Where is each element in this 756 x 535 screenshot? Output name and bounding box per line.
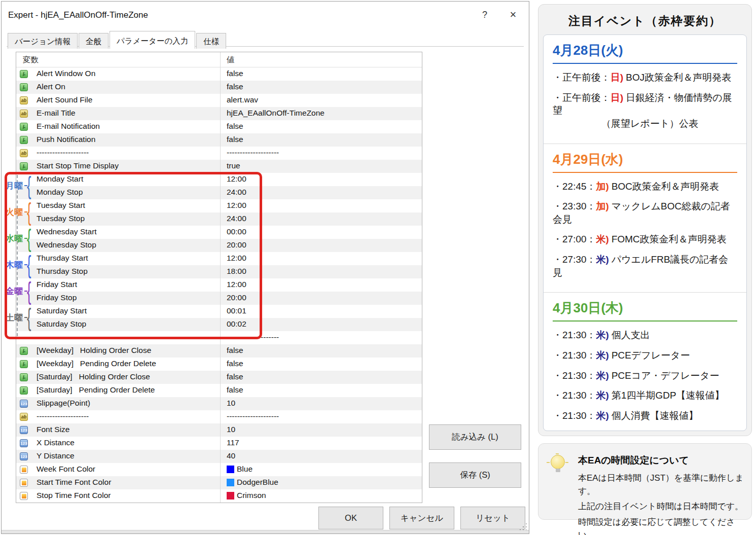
resize-grip[interactable]	[523, 526, 524, 527]
param-row[interactable]: /-Alert Window Onfalse	[16, 67, 422, 81]
tab-version-info[interactable]: バージョン情報	[8, 33, 78, 49]
param-value[interactable]: 00:00	[227, 227, 246, 236]
country-tag: 米)	[596, 350, 609, 361]
param-row[interactable]: /-E-mail Notificationfalse	[16, 120, 422, 133]
param-value[interactable]: hjEA_EAallOnOff-TimeZone	[227, 109, 325, 118]
event-section: 4月29日(水)・22:45：加)BOC政策金利＆声明発表・23:30：加)マッ…	[544, 144, 746, 293]
param-name: Thursday Start	[37, 254, 88, 263]
param-value[interactable]: false	[227, 385, 243, 395]
ok-button[interactable]: OK	[318, 507, 383, 529]
param-row[interactable]: Stop Time Font ColorCrimson	[16, 489, 422, 503]
event-section: 4月28日(火)・正午前後：日)BOJ政策金利＆声明発表・正午前後：日)日銀経済…	[544, 35, 746, 144]
param-row[interactable]: /-[Weekday] Pending Order Deletefalse	[16, 358, 422, 371]
param-value[interactable]: false	[227, 82, 243, 91]
param-value[interactable]: true	[227, 161, 240, 170]
param-value[interactable]: --------------------	[227, 148, 279, 157]
param-value[interactable]: Blue	[227, 465, 253, 474]
param-row[interactable]: Tuesday Stop24:00	[16, 212, 422, 226]
param-row[interactable]: Monday Stop24:00	[16, 186, 422, 199]
param-row[interactable]: Week Font ColorBlue	[16, 463, 422, 476]
param-value[interactable]: 18:00	[227, 267, 246, 276]
param-value[interactable]: false	[227, 135, 243, 144]
param-row[interactable]: abAlert Sound Filealert.wav	[16, 94, 422, 107]
param-row[interactable]: Thursday Stop18:00	[16, 265, 422, 278]
param-value[interactable]: 12:00	[227, 174, 246, 184]
param-name: Start Time Font Color	[37, 478, 111, 487]
tab-bar: バージョン情報全般パラメーターの入力仕様	[8, 31, 227, 49]
param-value[interactable]: 00:01	[227, 306, 246, 315]
param-name: Font Size	[37, 425, 69, 434]
tab-specification[interactable]: 仕様	[196, 33, 226, 49]
param-row[interactable]: Friday Stop20:00	[16, 292, 422, 305]
param-value[interactable]: 10	[227, 425, 235, 434]
param-row[interactable]: Wednesday Start00:00	[16, 226, 422, 239]
param-value[interactable]: 10	[227, 399, 235, 408]
load-button[interactable]: 読み込み (L)	[429, 424, 521, 450]
param-row[interactable]: ab--------------------------------------…	[16, 147, 422, 160]
color-swatch	[227, 492, 234, 500]
param-row[interactable]: /-[Saturday] Holding Order Closefalse	[16, 371, 422, 384]
param-value[interactable]: alert.wav	[227, 95, 258, 104]
param-row[interactable]: 123X Distance117	[16, 437, 422, 450]
param-row[interactable]: 123Y Distance40	[16, 450, 422, 463]
param-value[interactable]: false	[227, 359, 243, 368]
param-row[interactable]: Monday Start12:00	[16, 173, 422, 186]
param-row[interactable]: /-[Saturday] Pending Order Deletefalse	[16, 384, 422, 397]
param-row[interactable]: Wednesday Stop20:00	[16, 239, 422, 252]
param-value[interactable]: Crimson	[227, 491, 266, 500]
param-row[interactable]: 123Font Size10	[16, 423, 422, 437]
param-value[interactable]: 24:00	[227, 214, 246, 223]
event-date-heading: 4月29日(水)	[553, 151, 737, 173]
ea-properties-dialog: Expert - hjEA_EAallOnOff-TimeZone ? × バー…	[1, 1, 529, 534]
param-value[interactable]: 00:02	[227, 319, 246, 329]
country-tag: 加)	[596, 181, 609, 192]
event-item: ・21:30：米)PCEコア・デフレーター	[553, 369, 737, 382]
param-value[interactable]: --------------------	[227, 333, 279, 342]
country-tag: 日)	[610, 72, 623, 83]
param-value[interactable]: 12:00	[227, 254, 246, 263]
param-row[interactable]: Saturday Stop00:02	[16, 318, 422, 331]
param-row[interactable]: abE-mail TitlehjEA_EAallOnOff-TimeZone	[16, 107, 422, 120]
param-name: [Weekday] Pending Order Delete	[37, 359, 156, 368]
param-value[interactable]: 40	[227, 451, 235, 460]
param-name: Start Stop Time Display	[37, 161, 119, 170]
country-tag: 米)	[596, 410, 609, 421]
param-row[interactable]: /-Push Notificationfalse	[16, 133, 422, 147]
param-value[interactable]: DodgerBlue	[227, 478, 278, 487]
param-value[interactable]: false	[227, 372, 243, 381]
param-value[interactable]: 12:00	[227, 280, 246, 289]
country-tag: 米)	[596, 234, 609, 244]
time-note-panel: 本EAの時間設定について 本EAは日本時間（JST）を基準に動作します。上記の注…	[538, 443, 752, 520]
string-param-icon: ab	[20, 149, 28, 157]
param-value[interactable]: 12:00	[227, 201, 246, 210]
param-value[interactable]: false	[227, 346, 243, 355]
event-item: ・21:30：米)個人消費【速報値】	[553, 409, 737, 422]
param-row[interactable]: Saturday Start00:01	[16, 305, 422, 318]
param-row[interactable]: Tuesday Start12:00	[16, 199, 422, 212]
param-name: --------------------	[37, 148, 89, 157]
param-row[interactable]: ----------------------------------------	[16, 331, 422, 344]
tab-parameters-input[interactable]: パラメーターの入力	[110, 31, 195, 49]
param-row[interactable]: /-Alert Onfalse	[16, 81, 422, 94]
reset-button[interactable]: リセット	[460, 507, 525, 529]
param-row[interactable]: 123Slippage(Point)10	[16, 397, 422, 410]
param-row[interactable]: /-Start Stop Time Displaytrue	[16, 160, 422, 173]
save-button[interactable]: 保存 (S)	[429, 462, 521, 488]
param-name: Stop Time Font Color	[37, 491, 111, 500]
close-button[interactable]: ×	[505, 7, 522, 23]
param-row[interactable]: /-[Weekday] Holding Order Closefalse	[16, 344, 422, 358]
cancel-button[interactable]: キャンセル	[389, 507, 454, 529]
param-value[interactable]: 20:00	[227, 293, 246, 302]
help-button[interactable]: ?	[476, 7, 493, 23]
tab-common[interactable]: 全般	[79, 33, 109, 49]
param-value[interactable]: --------------------	[227, 412, 279, 421]
param-value[interactable]: 20:00	[227, 240, 246, 249]
param-row[interactable]: ab--------------------------------------…	[16, 410, 422, 423]
param-value[interactable]: false	[227, 69, 243, 78]
param-row[interactable]: Thursday Start12:00	[16, 252, 422, 265]
param-row[interactable]: Friday Start12:00	[16, 278, 422, 292]
param-value[interactable]: false	[227, 122, 243, 131]
param-row[interactable]: Start Time Font ColorDodgerBlue	[16, 476, 422, 489]
param-value[interactable]: 24:00	[227, 188, 246, 197]
param-value[interactable]: 117	[227, 438, 239, 447]
